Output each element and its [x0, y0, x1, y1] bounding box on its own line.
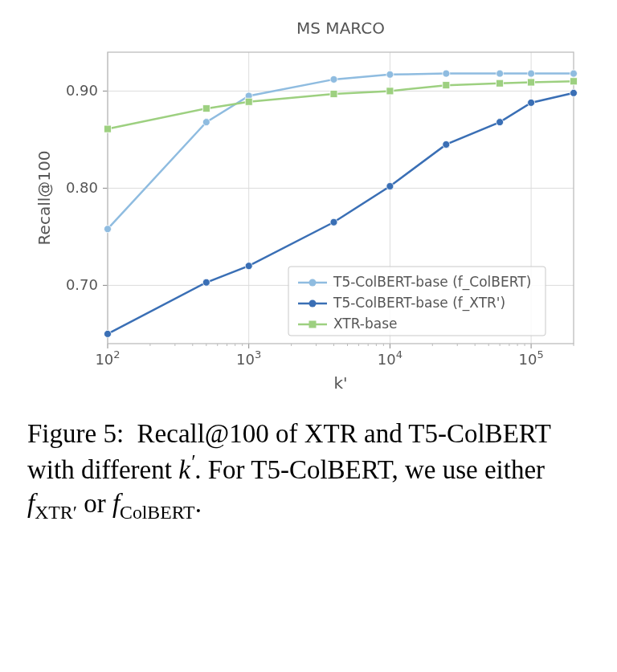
series-line-0 [108, 74, 574, 230]
symbol-f1: f [27, 489, 35, 518]
marker [528, 79, 535, 86]
svg-point-35 [309, 300, 317, 307]
x-tick-label: 105 [519, 348, 544, 368]
marker [570, 70, 578, 77]
svg-point-33 [309, 279, 317, 287]
figure-number: Figure 5: [27, 419, 124, 448]
y-tick-label: 0.80 [66, 179, 98, 196]
marker [496, 70, 504, 77]
x-axis-label: k' [333, 373, 347, 393]
legend-label-2: XTR-base [333, 316, 398, 332]
x-tick-label: 103 [236, 348, 261, 368]
legend-label-1: T5-ColBERT-base (f_XTR') [333, 295, 505, 312]
marker [104, 226, 112, 233]
marker [202, 279, 210, 286]
marker [202, 105, 210, 112]
line-chart: MS MARCO0.700.800.90102103104105k'Recall… [27, 16, 590, 393]
marker [245, 98, 252, 105]
marker [330, 218, 337, 226]
caption-text-d: . [195, 489, 202, 518]
marker [570, 78, 578, 85]
symbol-k: k [178, 455, 190, 484]
marker [330, 91, 337, 98]
legend-label-0: T5-ColBERT-base (f_ColBERT) [333, 274, 531, 291]
marker [202, 119, 210, 126]
svg-rect-37 [309, 321, 317, 328]
marker [104, 125, 112, 132]
marker [570, 89, 578, 96]
chart-container: MS MARCO0.700.800.90102103104105k'Recall… [27, 16, 590, 393]
y-tick-label: 0.90 [66, 82, 98, 99]
marker [528, 70, 535, 77]
caption-text-c: or [77, 489, 112, 518]
figure-caption: Figure 5: Recall@100 of XTR and T5-ColBE… [27, 417, 590, 524]
marker [245, 263, 252, 270]
x-tick-label: 102 [95, 348, 120, 368]
marker [330, 75, 337, 83]
marker [386, 88, 394, 95]
symbol-colbert-sub: ColBERT [120, 501, 195, 522]
marker [528, 99, 535, 106]
marker [104, 330, 112, 337]
caption-text-b: . For T5-ColBERT, we use ei­ther [194, 455, 545, 484]
marker [496, 79, 504, 87]
y-axis-label: Recall@100 [35, 151, 54, 246]
marker [443, 82, 450, 89]
symbol-xtr-sub: XTR′ [35, 501, 77, 522]
marker [496, 119, 504, 126]
symbol-f2: f [112, 489, 120, 518]
marker [443, 70, 450, 77]
marker [386, 71, 394, 78]
x-tick-label: 104 [378, 348, 402, 368]
chart-title: MS MARCO [296, 18, 385, 38]
marker [443, 141, 450, 148]
y-tick-label: 0.70 [66, 276, 98, 293]
marker [386, 182, 394, 189]
